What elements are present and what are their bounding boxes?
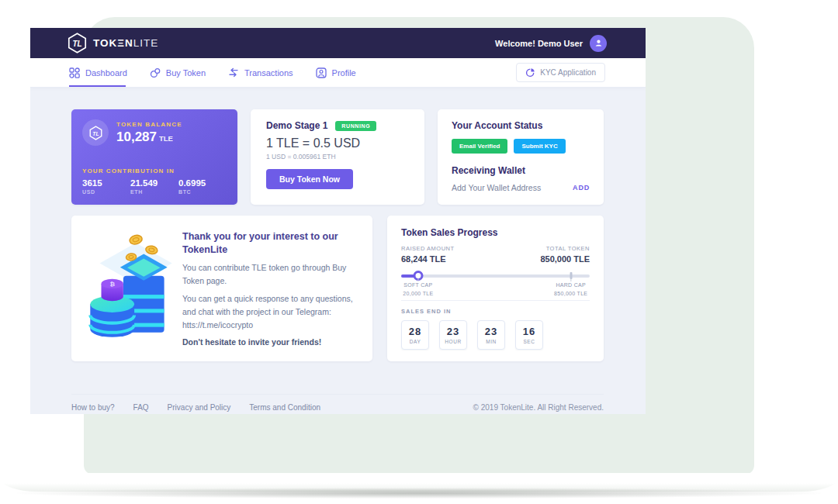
user-card-icon [316,67,327,78]
countdown-hour: 23 HOUR [439,320,467,350]
soft-cap-marker: SOFT CAP 20,000 TLE [403,281,433,299]
add-wallet-link[interactable]: ADD [573,184,590,192]
contribution-row: 3615 USD 21.549 ETH 0.6995 BTC [82,178,227,195]
nav-item-transactions[interactable]: Transactions [228,58,293,87]
contribution-eth: 21.549 ETH [130,178,178,195]
welcome-paragraph-2: You can get a quick response to any ques… [182,292,360,331]
status-badge: RUNNING [335,121,376,131]
copyright: © 2019 TokenLite. All Right Reserved. [473,403,604,412]
countdown-sec: 16 SEC [515,320,543,350]
coins-icon [150,67,161,78]
countdown-day: 28 DAY [401,320,429,350]
logo-monogram: TL [72,40,81,48]
avatar[interactable] [590,35,607,52]
laptop-base [0,473,838,492]
account-status-card: Your Account Status Email Verified Submi… [438,109,604,205]
nav-item-buy-token[interactable]: Buy Token [150,58,206,87]
sales-end-label: SALES END IN [401,308,590,315]
token-sub-rate: 1 USD = 0.005961 ETH [266,153,409,161]
buy-token-now-button[interactable]: Buy Token Now [266,169,353,189]
user-menu[interactable]: Welcome! Demo User [495,35,607,52]
progress-title: Token Sales Progress [401,227,590,238]
wallet-address-hint: Add Your Wallet Address [452,183,541,192]
contribution-section: YOUR CONTRIBUTION IN 3615 USD 21.549 ETH [82,167,227,195]
app-header: TL TOKΞNLITE Welcome! Demo User [30,28,646,58]
contribution-usd: 3615 USD [82,178,130,195]
contribution-btc: 0.6995 BTC [178,178,227,195]
slider-track [401,274,590,278]
footer-link-terms[interactable]: Terms and Condition [249,403,320,412]
balance-label: TOKEN BALANCE [116,121,182,128]
email-verified-badge[interactable]: Email Verified [452,139,507,154]
sales-progress-slider [401,271,590,278]
token-sales-progress-card: Token Sales Progress RAISED AMOUNT 68,24… [387,216,604,361]
token-rate: 1 TLE = 0.5 USD [266,136,409,150]
nav-label: Dashboard [85,68,127,78]
brand[interactable]: TL TOKΞNLITE [68,33,158,54]
stage-title: Demo Stage 1 [266,120,327,131]
welcome-paragraph-3: Don't hesitate to invite your friends! [182,337,360,347]
balance-head: TL TOKEN BALANCE 10,287TLE [82,119,227,146]
app-screen: TL TOKΞNLITE Welcome! Demo User [30,28,646,414]
welcome-message-text: Thank you for your interest to our Token… [182,230,360,346]
main-nav: Dashboard Buy Token Transactions [30,58,646,87]
raised-amount: RAISED AMOUNT 68,244 TLE [401,245,455,264]
svg-text:TL: TL [92,130,99,136]
nav-item-dashboard[interactable]: Dashboard [69,58,127,87]
coins-illustration: ₿ [84,232,175,345]
swap-arrows-icon [228,67,239,78]
dashboard-grid-icon [69,67,80,78]
account-status-title: Your Account Status [452,120,590,131]
sale-stage-card: Demo Stage 1 RUNNING 1 TLE = 0.5 USD 1 U… [251,109,424,205]
total-token: TOTAL TOKEN 850,000 TLE [540,245,590,264]
countdown-min: 23 MIN [477,320,505,350]
welcome-text: Welcome! Demo User [495,39,583,48]
laptop-mockup: TL TOKΞNLITE Welcome! Demo User [0,0,838,504]
pie-chart-icon [525,67,535,78]
welcome-paragraph-1: You can contribute TLE token go through … [182,261,360,288]
hard-cap-marker: HARD CAP 850,000 TLE [554,281,587,299]
nav-label: Profile [332,68,356,78]
nav-label: Transactions [244,68,293,78]
kyc-application-button[interactable]: KYC Application [516,63,605,82]
dashboard-content: TL TOKEN BALANCE 10,287TLE YOUR CONTRIBU… [30,87,646,414]
tokenlite-logo-icon: TL [68,33,87,54]
token-balance-card: TL TOKEN BALANCE 10,287TLE YOUR CONTRIBU… [71,109,237,205]
balance-value: 10,287TLE [116,129,182,145]
footer-link-how-to-buy[interactable]: How to buy? [71,403,115,412]
balance-meta: TOKEN BALANCE 10,287TLE [116,121,182,145]
countdown: 28 DAY 23 HOUR 23 MIN 16 [401,320,590,350]
footer-link-privacy[interactable]: Privacy and Policy [168,403,231,412]
footer-link-faq[interactable]: FAQ [133,403,149,412]
user-avatar-icon [594,38,604,48]
balance-token-icon: TL [82,119,109,146]
kyc-button-label: KYC Application [540,68,596,77]
divider [401,300,590,301]
balance-unit: TLE [159,134,173,143]
nav-label: Buy Token [166,68,206,78]
contribution-label: YOUR CONTRIBUTION IN [82,167,227,174]
app-footer: How to buy? FAQ Privacy and Policy Terms… [71,394,604,412]
receiving-wallet-title: Receiving Wallet [452,165,590,176]
brand-wordmark: TOKΞNLITE [93,37,158,49]
submit-kyc-badge[interactable]: Submit KYC [514,139,565,154]
btc-symbol: ₿ [109,281,115,288]
nav-item-profile[interactable]: Profile [316,58,356,87]
welcome-message-card: ₿ [71,216,372,361]
wordmark-light: LITE [133,37,159,49]
welcome-title: Thank you for your interest to our Token… [182,230,360,256]
wordmark-bold: TOKΞN [93,37,133,49]
